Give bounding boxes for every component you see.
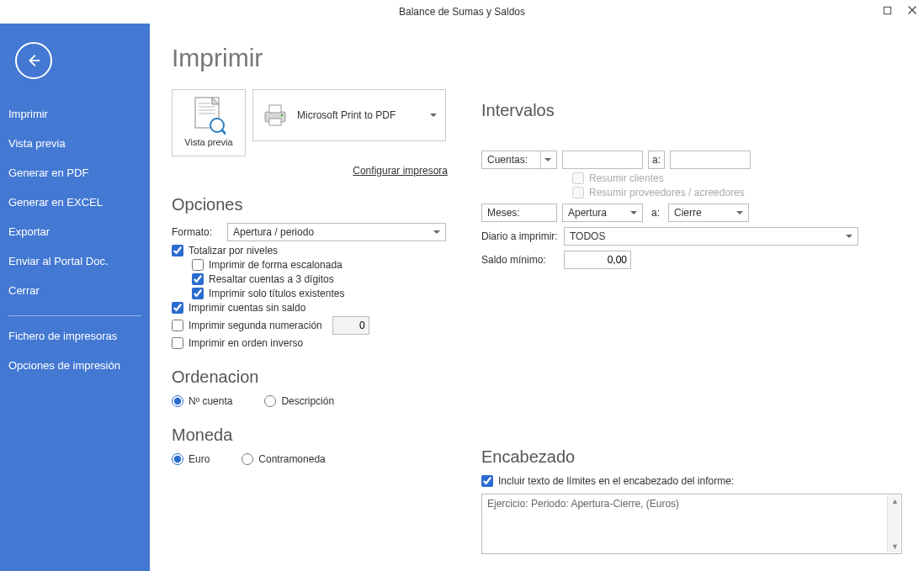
check-sin-saldo-input[interactable] (172, 302, 183, 314)
formato-select[interactable]: Apertura / periodo (227, 223, 446, 241)
check-orden-inverso[interactable]: Imprimir en orden inverso (172, 337, 448, 349)
check-resumir-clientes: Resumir clientes (572, 172, 902, 184)
sidebar: Imprimir Vista previa Generar en PDF Gen… (0, 24, 150, 571)
check-solo-titulos-input[interactable] (192, 288, 204, 299)
sidebar-item-label: Generar en EXCEL (8, 196, 103, 209)
svg-line-11 (222, 130, 226, 134)
cuentas-from-input[interactable] (562, 151, 643, 169)
page-title: Imprimir (172, 44, 448, 72)
scrollbar[interactable]: ▲ ▼ (887, 495, 900, 552)
vista-previa-button[interactable]: Vista previa (172, 89, 246, 156)
sidebar-item-imprimir[interactable]: Imprimir (0, 99, 150, 129)
a-label-2: a: (648, 207, 663, 219)
saldo-min-label: Saldo mínimo: (481, 254, 564, 266)
sidebar-item-label: Generar en PDF (8, 167, 88, 179)
window-close-icon[interactable] (905, 3, 919, 17)
vista-previa-label: Vista previa (184, 137, 232, 147)
check-sin-saldo[interactable]: Imprimir cuentas sin saldo (172, 302, 448, 314)
diario-select[interactable]: TODOS (564, 227, 858, 246)
check-totalizar-input[interactable] (172, 245, 183, 256)
check-resumir-prov: Resumir proveedores / acreedores (572, 187, 902, 198)
configure-printer-link[interactable]: Configurar impresora (172, 165, 448, 177)
sidebar-item-fichero-impresoras[interactable]: Fichero de impresoras (0, 321, 150, 351)
cuentas-selector[interactable]: Cuentas: (481, 151, 557, 169)
sidebar-item-label: Enviar al Portal Doc. (8, 255, 109, 267)
sidebar-item-label: Exportar (8, 225, 50, 238)
scroll-up-icon[interactable]: ▲ (891, 497, 899, 505)
sidebar-item-exportar[interactable]: Exportar (0, 217, 150, 246)
check-resaltar3-input[interactable] (192, 273, 204, 285)
radio-contramoneda[interactable]: Contramoneda (242, 453, 325, 465)
chevron-down-icon (736, 211, 743, 214)
section-ordenacion: Ordenacion (172, 367, 448, 387)
chevron-down-icon (430, 114, 437, 117)
cuentas-to-input[interactable] (670, 151, 751, 169)
a-label: a: (648, 151, 665, 169)
sidebar-item-label: Imprimir (8, 108, 48, 120)
sidebar-item-label: Fichero de impresoras (8, 330, 117, 342)
title-bar: Balance de Sumas y Saldos (0, 0, 924, 24)
document-preview-icon (192, 97, 226, 135)
svg-rect-0 (884, 7, 890, 13)
chevron-down-icon (846, 235, 852, 238)
section-intervalos: Intervalos (481, 101, 902, 120)
back-button[interactable] (15, 42, 52, 79)
check-resumir-prov-input (572, 187, 584, 198)
sidebar-item-label: Cerrar (8, 284, 40, 297)
radio-descripcion[interactable]: Descripción (264, 395, 334, 407)
sidebar-item-vista-previa[interactable]: Vista previa (0, 129, 150, 158)
check-orden-inverso-input[interactable] (172, 337, 183, 349)
radio-n-cuenta-input[interactable] (172, 395, 183, 407)
diario-label: Diario a imprimir: (481, 230, 564, 242)
scroll-down-icon[interactable]: ▼ (891, 542, 899, 551)
check-incluir-texto-input[interactable] (481, 475, 493, 487)
svg-point-15 (281, 114, 284, 117)
sidebar-item-label: Opciones de impresión (8, 359, 120, 372)
section-opciones: Opciones (172, 195, 448, 214)
sidebar-item-label: Vista previa (8, 137, 66, 150)
header-text-content: Ejercicio: Periodo: Apertura-Cierre, (Eu… (487, 498, 679, 510)
svg-rect-14 (269, 119, 281, 125)
check-totalizar[interactable]: Totalizar por niveles (172, 245, 448, 256)
window-title: Balance de Sumas y Saldos (399, 6, 525, 18)
sidebar-item-enviar-portal[interactable]: Enviar al Portal Doc. (0, 246, 150, 276)
chevron-down-icon (630, 211, 637, 214)
radio-descripcion-input[interactable] (264, 395, 276, 407)
formato-label: Formato: (172, 226, 222, 238)
meses-label-box[interactable]: Meses: (481, 204, 557, 222)
printer-icon (262, 103, 289, 127)
section-moneda: Moneda (172, 426, 448, 445)
check-escalonada-input[interactable] (192, 259, 204, 271)
check-resumir-clientes-input (572, 172, 584, 184)
check-escalonada[interactable]: Imprimir de forma escalonada (192, 259, 448, 271)
check-solo-titulos[interactable]: Imprimir solo títulos existentes (192, 288, 448, 299)
printer-name: Microsoft Print to PDF (297, 109, 437, 121)
check-resaltar3[interactable]: Resaltar cuentas a 3 dígitos (192, 273, 448, 285)
sidebar-item-cerrar[interactable]: Cerrar (0, 276, 150, 305)
check-incluir-texto[interactable]: Incluir texto de límites en el encabezad… (481, 475, 902, 487)
printer-selector[interactable]: Microsoft Print to PDF (252, 89, 446, 141)
sidebar-item-generar-excel[interactable]: Generar en EXCEL (0, 188, 150, 217)
sidebar-separator (8, 315, 141, 316)
section-encabezado: Encabezado (481, 447, 902, 467)
mes-from-select[interactable]: Apertura (562, 204, 643, 222)
segunda-num-input[interactable] (332, 316, 369, 335)
formato-value: Apertura / periodo (233, 226, 314, 238)
chevron-down-icon (433, 230, 440, 234)
sidebar-item-generar-pdf[interactable]: Generar en PDF (0, 158, 150, 188)
radio-n-cuenta[interactable]: Nº cuenta (172, 395, 232, 407)
window-restore-icon[interactable] (880, 3, 894, 17)
chevron-down-icon (544, 158, 551, 161)
radio-euro-input[interactable] (172, 453, 183, 465)
saldo-min-input[interactable] (564, 251, 631, 269)
header-textarea[interactable]: Ejercicio: Periodo: Apertura-Cierre, (Eu… (481, 494, 902, 554)
check-segunda-num[interactable]: Imprimir segunda numeración (172, 316, 448, 335)
radio-euro[interactable]: Euro (172, 453, 210, 465)
sidebar-item-opciones-impresion[interactable]: Opciones de impresión (0, 351, 150, 380)
svg-rect-13 (269, 105, 281, 113)
check-segunda-num-input[interactable] (172, 320, 183, 331)
mes-to-select[interactable]: Cierre (668, 204, 749, 222)
radio-contramoneda-input[interactable] (242, 453, 253, 465)
